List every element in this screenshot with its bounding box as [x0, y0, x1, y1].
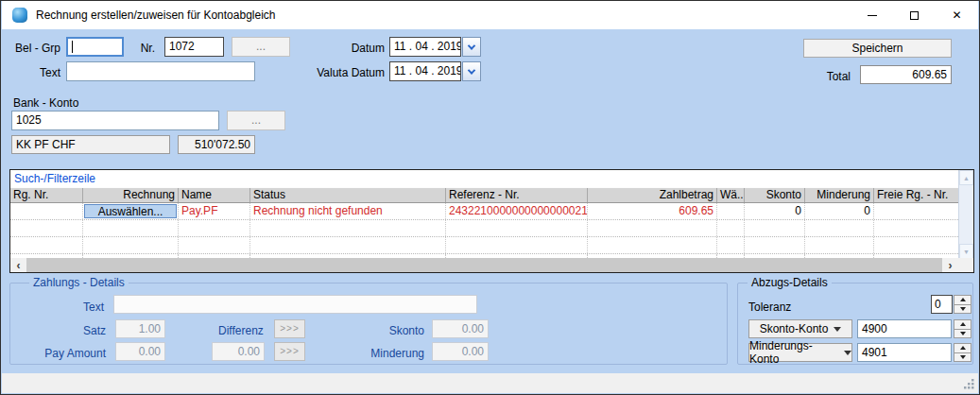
differenz2-transfer-button[interactable]: >>>	[274, 342, 305, 361]
minderungs-konto-dropdown[interactable]: Minderungs-Konto	[748, 343, 852, 362]
invoice-grid: Such-/Filterzeile Rg. Nr. Rechnung Name …	[9, 169, 974, 273]
column-header-rechnung[interactable]: Rechnung	[83, 188, 179, 202]
column-header-status[interactable]: Status	[250, 188, 446, 202]
pay-amount-label: Pay Amount	[40, 347, 106, 360]
skonto-konto-dropdown[interactable]: Skonto-Konto	[748, 319, 852, 338]
toleranz-spinner[interactable]	[954, 295, 971, 314]
column-header-skonto[interactable]: Skonto	[745, 188, 805, 202]
grid-empty-cell	[250, 237, 446, 253]
grid-empty-cell	[745, 237, 805, 253]
horizontal-scrollbar[interactable]: ‹ ›	[10, 258, 958, 272]
skonto-konto-spinner[interactable]	[954, 319, 971, 338]
satz-input: 1.00	[115, 319, 165, 338]
cell-status[interactable]: Rechnung nicht gefunden	[250, 203, 446, 219]
scroll-left-button[interactable]: ‹	[10, 258, 26, 272]
text-input[interactable]	[66, 61, 255, 81]
toleranz-input[interactable]: 0	[931, 295, 953, 314]
column-header-referenz[interactable]: Referenz - Nr.	[446, 188, 588, 202]
scroll-up-icon: ▲	[963, 175, 970, 181]
scroll-up-button[interactable]: ▲	[959, 170, 973, 185]
cell-referenz[interactable]: 2432210000000000000021410575	[446, 203, 588, 219]
payment-skonto-label: Skonto	[375, 324, 424, 337]
column-header-rg-nr[interactable]: Rg. Nr.	[10, 188, 83, 202]
vertical-scrollbar[interactable]: ▲ ▼	[958, 170, 973, 259]
maximize-button[interactable]	[893, 1, 936, 29]
satz-label: Satz	[59, 324, 106, 337]
spinner-up-icon	[960, 322, 966, 326]
minderungs-konto-spinner[interactable]	[954, 343, 971, 362]
dropdown-arrow-icon	[834, 327, 841, 332]
skonto-konto-input[interactable]: 4900	[857, 319, 952, 338]
grid-empty-cell	[588, 220, 717, 236]
bel-grp-label: Bel - Grp	[13, 42, 60, 55]
nr-label: Nr.	[129, 42, 155, 55]
cell-minderung[interactable]: 0	[805, 203, 874, 219]
close-button[interactable]: ✕	[936, 1, 978, 29]
spinner-up-button[interactable]	[954, 343, 971, 352]
grid-empty-cell	[10, 237, 83, 253]
spinner-down-button[interactable]	[954, 352, 971, 363]
differenz-transfer-button[interactable]: >>>	[274, 319, 305, 338]
cell-rechnung: Auswählen...	[83, 203, 179, 219]
valuta-datum-input[interactable]: 11 . 04 . 2019	[389, 61, 461, 81]
payment-skonto-input: 0.00	[432, 319, 489, 338]
grid-empty-cell	[179, 237, 250, 253]
scroll-down-button[interactable]: ▼	[959, 244, 973, 259]
resize-grip-icon[interactable]	[963, 378, 975, 390]
payment-minderung-input: 0.00	[432, 342, 489, 361]
search-filter-row[interactable]: Such-/Filterzeile	[10, 170, 973, 187]
cell-skonto[interactable]: 0	[745, 203, 805, 219]
save-button[interactable]: Speichern	[803, 39, 952, 58]
bank-konto-input[interactable]: 1025	[11, 111, 219, 130]
scroll-left-icon: ‹	[17, 261, 21, 270]
grid-empty-cell	[446, 220, 588, 236]
spinner-down-icon	[960, 307, 966, 311]
cell-rg-nr[interactable]	[10, 203, 83, 219]
column-header-name[interactable]: Name	[179, 188, 250, 202]
scroll-right-button[interactable]: ›	[942, 258, 958, 272]
grid-empty-cell	[805, 220, 874, 236]
scrollbar-corner	[958, 258, 973, 272]
spinner-down-button[interactable]	[954, 329, 971, 339]
grid-empty-cell	[10, 220, 83, 236]
spinner-up-button[interactable]	[954, 319, 971, 329]
table-row[interactable]: Auswählen... Pay.PF Rechnung nicht gefun…	[10, 203, 973, 220]
app-window: Rechnung erstellen/zuweisen für Kontoabg…	[0, 0, 980, 395]
cell-zahlbetrag[interactable]: 609.65	[588, 203, 717, 219]
grid-empty-cell	[745, 220, 805, 236]
column-header-zahlbetrag[interactable]: Zahlbetrag	[588, 188, 717, 202]
column-header-minderung[interactable]: Minderung	[805, 188, 874, 202]
grid-empty-cell	[588, 237, 717, 253]
datum-input[interactable]: 11 . 04 . 2019	[389, 37, 461, 57]
differenz2-input: 0.00	[212, 342, 265, 361]
nr-browse-button[interactable]: ...	[232, 37, 290, 57]
grid-empty-cell	[717, 237, 745, 253]
cell-name[interactable]: Pay.PF	[179, 203, 250, 219]
minderungs-konto-input[interactable]: 4901	[857, 343, 952, 362]
chevron-down-icon	[468, 66, 475, 74]
datum-dropdown-button[interactable]	[462, 37, 481, 57]
grid-empty-cell	[83, 220, 179, 236]
grid-empty-row	[10, 237, 973, 254]
spinner-up-button[interactable]	[954, 295, 971, 304]
chevron-down-icon	[468, 42, 475, 49]
zahlungs-details-legend: Zahlungs - Details	[29, 276, 129, 289]
spinner-down-icon	[960, 355, 966, 359]
column-header-waehrung[interactable]: Wä...	[717, 188, 745, 202]
scroll-right-icon: ›	[949, 261, 953, 270]
auswaehlen-button[interactable]: Auswählen...	[84, 204, 177, 218]
bank-konto-label: Bank - Konto	[13, 96, 78, 110]
spinner-down-button[interactable]	[954, 304, 971, 315]
bank-browse-button[interactable]: ...	[227, 111, 285, 130]
maximize-icon	[910, 11, 919, 20]
differenz-label: Differenz	[218, 324, 264, 337]
minimize-button[interactable]	[851, 1, 893, 29]
datum-label: Datum	[314, 42, 385, 55]
grid-empty-cell	[83, 237, 179, 253]
nr-input[interactable]: 1072	[164, 37, 224, 57]
cell-waehrung[interactable]	[717, 203, 745, 219]
valuta-dropdown-button[interactable]	[462, 61, 481, 81]
pay-amount-input: 0.00	[115, 342, 165, 361]
payment-text-input[interactable]	[113, 295, 477, 314]
bel-grp-input[interactable]	[66, 37, 124, 57]
